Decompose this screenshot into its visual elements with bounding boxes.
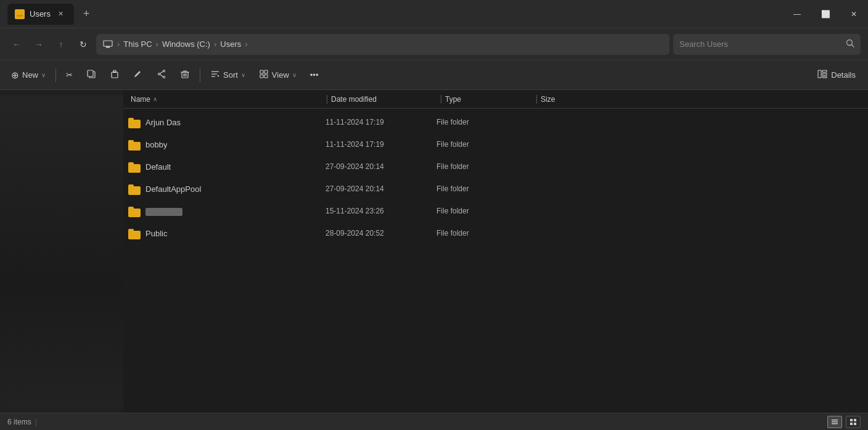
folder-icon [128,205,141,217]
up-button[interactable]: ↑ [52,35,70,54]
svg-rect-8 [113,72,117,73]
forward-button[interactable]: → [30,35,48,54]
details-button[interactable]: Details [810,65,863,86]
monitor-icon [102,39,113,50]
rename-button[interactable] [127,65,149,86]
sidebar-content [0,95,123,408]
svg-point-10 [163,76,165,78]
active-tab[interactable]: Users ✕ [7,4,74,25]
cut-button[interactable]: ✂ [60,65,79,86]
table-row[interactable]: Public28-09-2024 20:52File folder [123,222,868,244]
maximize-button[interactable]: ⬜ [811,0,840,28]
file-cell-type: File folder [436,184,529,193]
file-name: Default [145,162,171,172]
toolbar: ⊕ New ∨ ✂ [0,60,868,90]
table-row[interactable]: Arjun Das11-11-2024 17:19File folder [123,111,868,133]
file-cell-name: DefaultAppPool [128,183,326,195]
file-cell-date: 27-09-2024 20:14 [326,184,436,193]
col-header-date[interactable]: Date modified [329,95,440,104]
svg-rect-25 [822,73,827,75]
sort-label: Sort [223,70,238,80]
table-row[interactable]: Default27-09-2024 20:14File folder [123,155,868,178]
list-view-toggle[interactable] [827,416,842,428]
title-bar: Users ✕ + — ⬜ ✕ [0,0,868,28]
tab-title: Users [30,9,51,19]
col-sep-1 [327,95,327,104]
minimize-button[interactable]: — [783,0,811,28]
svg-rect-29 [832,423,838,424]
new-tab-button[interactable]: + [76,4,96,24]
svg-rect-24 [822,70,827,72]
file-cell-date: 15-11-2024 23:26 [326,207,436,215]
file-name: bobby [145,140,167,149]
delete-icon [180,69,190,81]
address-bar: ← → ↑ ↻ › This PC › Windows (C:) › Users… [0,28,868,60]
svg-rect-20 [264,70,268,73]
svg-line-4 [852,45,854,48]
search-box[interactable] [673,34,861,55]
view-chevron: ∨ [292,72,297,78]
search-input[interactable] [679,39,841,49]
search-icon[interactable] [846,39,854,49]
file-name: Public [145,229,167,238]
new-icon: ⊕ [11,70,19,81]
file-cell-type: File folder [436,207,529,215]
path-this-pc[interactable]: This PC [123,39,152,49]
sort-chevron: ∨ [241,72,245,78]
table-row[interactable]: bobby11-11-2024 17:19File folder [123,133,868,155]
table-row[interactable]: DefaultAppPool27-09-2024 20:14File folde… [123,178,868,200]
path-users[interactable]: Users [220,39,241,49]
svg-rect-6 [88,70,93,76]
item-count: 6 items [7,418,31,426]
grid-view-toggle[interactable] [846,416,861,428]
svg-rect-22 [264,75,268,78]
col-sep-3 [536,95,537,104]
column-headers: Name ∧ Date modified Type Size [123,90,868,109]
paste-button[interactable] [104,65,126,86]
col-header-name[interactable]: Name ∧ [128,95,326,104]
new-button[interactable]: ⊕ New ∨ [5,65,52,86]
folder-icon [128,116,141,128]
view-button[interactable]: View ∨ [253,65,303,86]
folder-icon [128,183,141,195]
file-name: Arjun Das [145,118,181,127]
copy-button[interactable] [80,65,102,86]
svg-rect-28 [832,421,838,423]
file-cell-type: File folder [436,140,529,149]
folder-icon [128,138,141,151]
sort-button[interactable]: Sort ∨ [204,65,252,86]
status-bar: 6 items | [0,413,868,430]
svg-rect-2 [105,46,110,47]
refresh-button[interactable]: ↻ [74,35,92,54]
file-name: DefaultAppPool [145,184,201,194]
path-windows-c[interactable]: Windows (C:) [162,39,210,49]
col-header-size[interactable]: Size [538,95,612,104]
status-separator: | [35,418,37,426]
details-icon [817,69,827,81]
folder-icon [128,160,141,173]
new-chevron: ∨ [41,72,46,78]
svg-rect-30 [850,419,853,421]
back-button[interactable]: ← [7,35,26,54]
toolbar-divider-2 [200,68,200,82]
file-cell-name [128,205,326,217]
col-header-type[interactable]: Type [443,95,535,104]
more-button[interactable]: ••• [304,65,325,86]
table-row[interactable]: 15-11-2024 23:26File folder [123,200,868,222]
window-controls: — ⬜ ✕ [783,0,868,28]
close-button[interactable]: ✕ [840,0,868,28]
svg-rect-32 [850,423,853,425]
file-cell-name: bobby [128,138,326,151]
svg-rect-27 [832,420,838,421]
file-cell-name: Default [128,160,326,173]
file-cell-type: File folder [436,162,529,171]
delete-button[interactable] [174,65,196,86]
file-list: Arjun Das11-11-2024 17:19File folderbobb… [123,109,868,413]
folder-tab-icon [15,9,25,19]
more-icon: ••• [310,70,319,80]
file-name [145,206,182,215]
share-button[interactable] [150,65,173,86]
address-path[interactable]: › This PC › Windows (C:) › Users › [96,34,669,55]
view-label: View [272,70,289,80]
tab-close-button[interactable]: ✕ [55,9,67,20]
